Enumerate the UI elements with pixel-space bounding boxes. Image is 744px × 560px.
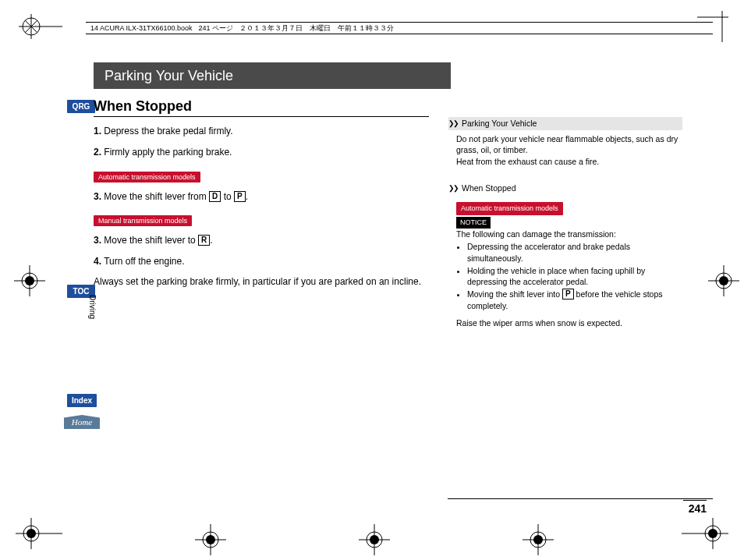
step-1: 1. Depress the brake pedal firmly. <box>94 125 429 138</box>
damage-list: Depressing the accelerator and brake ped… <box>456 241 679 311</box>
page-title: Parking Your Vehicle <box>94 62 451 89</box>
list-item: Holding the vehicle in place when facing… <box>467 265 679 288</box>
step-text: . <box>246 191 248 202</box>
parking-note: Always set the parking brake firmly, in … <box>94 276 437 287</box>
info-heading: ❯❯ Parking Your Vehicle <box>448 117 682 130</box>
qrg-button[interactable]: QRG <box>67 100 95 113</box>
list-item: Depressing the accelerator and brake ped… <box>467 241 679 264</box>
step-3-manual: 3. Move the shift lever to R. <box>94 234 429 247</box>
step-3-auto: 3. Move the shift lever from D to P. <box>94 190 429 204</box>
step-text: Firmly apply the parking brake. <box>104 147 232 158</box>
step-number: 4. <box>94 256 101 267</box>
step-text: Move the shift lever from <box>104 191 209 202</box>
crop-mark-icon <box>16 11 62 42</box>
auto-transmission-chip: Automatic transmission models <box>94 172 200 183</box>
warning-text: Do not park your vehicle near flammable … <box>456 133 679 156</box>
file-date: ２０１３年３月７日 木曜日 午前１１時３３分 <box>239 23 394 34</box>
registration-mark-icon <box>359 524 390 555</box>
step-4: 4. Turn off the engine. <box>94 255 429 268</box>
home-button[interactable]: Home <box>64 415 100 429</box>
notice-badge: NOTICE <box>456 217 491 229</box>
step-text: Turn off the engine. <box>104 256 184 267</box>
info-heading-text: Parking Your Vehicle <box>462 118 537 129</box>
step-number: 1. <box>94 126 101 136</box>
registration-mark-icon <box>523 524 554 555</box>
file-name: 14 ACURA ILX-31TX66100.book <box>90 24 193 32</box>
step-number: 3. <box>94 191 101 202</box>
wiper-note: Raise the wiper arms when snow is expect… <box>456 317 679 329</box>
registration-mark-icon <box>708 265 739 296</box>
info-heading: ❯❯ When Stopped <box>448 182 682 195</box>
gear-p-icon: P <box>234 191 246 202</box>
step-text: to <box>221 191 234 202</box>
page-number: 241 <box>683 500 707 515</box>
page-rule <box>448 498 713 499</box>
registration-mark-icon <box>682 518 728 549</box>
section-label: Driving <box>88 295 97 319</box>
info-sidebar: ❯❯ Parking Your Vehicle Do not park your… <box>448 117 682 329</box>
main-content: Parking Your Vehicle When Stopped 1. Dep… <box>94 62 437 287</box>
chevron-icon: ❯❯ <box>448 183 458 193</box>
page-marker: 241 ページ <box>199 23 234 34</box>
registration-mark-icon <box>16 518 62 549</box>
step-text: Move the shift lever to <box>104 235 198 246</box>
step-2: 2. Firmly apply the parking brake. <box>94 146 429 159</box>
notice-lead: The following can damage the transmissio… <box>456 229 679 240</box>
step-number: 3. <box>94 235 101 246</box>
section-heading: When Stopped <box>94 98 429 117</box>
registration-mark-icon <box>195 524 226 555</box>
registration-mark-icon <box>14 265 45 296</box>
step-text: Depress the brake pedal firmly. <box>104 126 232 136</box>
index-button[interactable]: Index <box>67 394 97 407</box>
list-item: Moving the shift lever into P before the… <box>467 289 679 311</box>
warning-text: Heat from the exhaust can cause a fire. <box>456 156 679 168</box>
gear-p-icon: P <box>562 289 574 299</box>
step-text: . <box>210 235 212 246</box>
gear-r-icon: R <box>198 235 210 246</box>
list-text: Moving the shift lever into <box>467 289 562 299</box>
manual-transmission-chip: Manual transmission models <box>94 215 192 226</box>
chevron-icon: ❯❯ <box>448 119 458 129</box>
gear-d-icon: D <box>209 191 221 202</box>
auto-transmission-chip: Automatic transmission models <box>456 202 563 215</box>
file-header: 14 ACURA ILX-31TX66100.book 241 ページ ２０１３… <box>86 22 713 34</box>
info-heading-text: When Stopped <box>462 183 515 194</box>
step-number: 2. <box>94 147 101 158</box>
